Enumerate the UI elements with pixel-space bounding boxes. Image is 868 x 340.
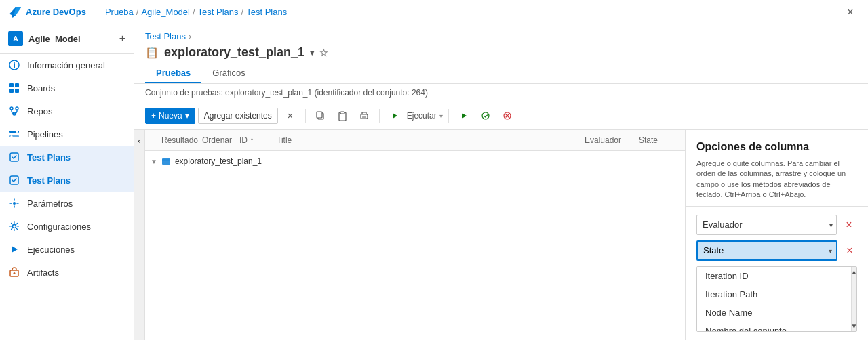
- svg-point-13: [11, 135, 13, 137]
- title-dropdown-arrow[interactable]: ▾: [310, 48, 314, 58]
- sidebar-item-configuraciones[interactable]: Configuraciones: [0, 215, 134, 238]
- sidebar-label-configuraciones: Configuraciones: [27, 221, 91, 232]
- svg-point-8: [16, 107, 18, 110]
- content-bc-testplans[interactable]: Test Plans: [145, 31, 186, 41]
- page-title-row: 📋 exploratory_test_plan_1 ▾ ☆: [145, 45, 857, 60]
- fail-button[interactable]: [498, 106, 517, 125]
- svg-point-17: [13, 225, 16, 228]
- svg-rect-28: [162, 158, 170, 165]
- col-row-evaluador: Evaluador ▾ ×: [696, 215, 857, 235]
- close-top-button[interactable]: ×: [841, 3, 860, 22]
- col-select-evaluador[interactable]: Evaluador: [696, 215, 837, 235]
- execute-label: Ejecutar: [407, 111, 437, 121]
- paste-button[interactable]: [333, 106, 352, 125]
- svg-rect-6: [15, 89, 19, 93]
- content-breadcrumb-inner: Test Plans ›: [145, 31, 191, 41]
- azure-devops-label: Azure DevOps: [26, 7, 86, 17]
- toolbar-sep3: [448, 109, 449, 123]
- panel-left: Resultado Ordenar ID ↑ Title Evaluador S…: [145, 130, 685, 340]
- artifacts-icon: [8, 266, 20, 278]
- tab-graficos[interactable]: Gráficos: [201, 64, 256, 83]
- dropdown-item-iteration-id[interactable]: Iteration ID: [697, 267, 856, 285]
- content-breadcrumb: Test Plans ›: [145, 31, 857, 41]
- content-bc-sep: ›: [189, 31, 191, 41]
- svg-rect-21: [317, 112, 322, 118]
- dropdown-item-node-name[interactable]: Node Name: [697, 303, 856, 322]
- sidebar-item-testplans[interactable]: Test Plans: [0, 146, 134, 169]
- sidebar-label-artifacts: Artifacts: [27, 268, 59, 278]
- sidebar-item-pipelines[interactable]: Pipelines: [0, 123, 134, 146]
- boards-icon: [8, 82, 20, 94]
- sidebar-item-repos[interactable]: Repos: [0, 100, 134, 123]
- sidebar-label-testplans: Test Plans: [27, 152, 71, 163]
- panel-area: ‹ Resultado Ordenar ID ↑ Title Evaluador…: [134, 130, 868, 340]
- tree-item-plan[interactable]: ▼ exploratory_test_plan_1: [145, 154, 294, 169]
- org-name: Agile_Model: [28, 34, 81, 44]
- execute-arrow[interactable]: ▾: [439, 112, 443, 120]
- svg-point-26: [482, 112, 489, 119]
- col-resultado: Resultado: [156, 133, 197, 148]
- run2-button[interactable]: [454, 106, 473, 125]
- svg-rect-25: [362, 116, 366, 118]
- sidebar-item-ejecuciones[interactable]: Ejecuciones: [0, 238, 134, 261]
- main-list-area: [294, 151, 685, 340]
- test-list-header: Resultado Ordenar ID ↑ Title Evaluador S…: [145, 130, 685, 151]
- col-remove-state[interactable]: ×: [842, 242, 858, 259]
- tab-pruebas[interactable]: Pruebas: [145, 64, 201, 83]
- run-button[interactable]: [385, 106, 404, 125]
- scroll-down-icon[interactable]: ▼: [851, 322, 857, 330]
- breadcrumb-sep3: /: [241, 7, 244, 17]
- sidebar-item-parametros[interactable]: Parámetros: [0, 192, 134, 215]
- col-input-state[interactable]: [696, 240, 837, 261]
- content-header: Test Plans › 📋 exploratory_test_plan_1 ▾…: [134, 24, 868, 84]
- svg-rect-3: [9, 83, 14, 87]
- testplans2-icon: [8, 174, 20, 186]
- sidebar-item-info[interactable]: Información general: [0, 54, 134, 77]
- col-ordenar: Ordenar: [197, 133, 234, 148]
- toolbar-sep2: [379, 109, 380, 123]
- repos-icon: [8, 105, 20, 117]
- copy-button[interactable]: [311, 106, 330, 125]
- col-remove-evaluador[interactable]: ×: [841, 217, 857, 233]
- sidebar-item-testplans2[interactable]: Test Plans: [0, 169, 134, 192]
- parametros-icon: [8, 197, 20, 209]
- sidebar-label-repos: Repos: [27, 106, 53, 116]
- sidebar-label-ejecuciones: Ejecuciones: [27, 245, 75, 255]
- new-button[interactable]: + Nueva ▾: [145, 108, 195, 124]
- sidebar: A Agile_Model + Información general Boar…: [0, 24, 134, 340]
- check-button[interactable]: [476, 106, 495, 125]
- sidebar-nav: Información general Boards Repos: [0, 54, 134, 340]
- add-project-button[interactable]: +: [119, 33, 125, 45]
- scroll-up-icon[interactable]: ▲: [851, 268, 857, 276]
- toolbar-separator: [305, 109, 306, 123]
- collapse-arrow[interactable]: ‹: [134, 130, 145, 340]
- azure-devops-logo: Azure DevOps: [8, 5, 86, 19]
- breadcrumb-agile[interactable]: Agile_Model: [141, 7, 190, 17]
- svg-point-12: [16, 131, 18, 133]
- azure-logo-icon: [8, 5, 22, 19]
- sidebar-label-boards: Boards: [27, 83, 55, 93]
- content-area: Test Plans › 📋 exploratory_test_plan_1 ▾…: [134, 24, 868, 340]
- ejecuciones-icon: [8, 243, 20, 255]
- svg-rect-23: [340, 112, 344, 114]
- favorite-star-icon[interactable]: ☆: [319, 47, 328, 58]
- col-row-state: ▾ ×: [696, 240, 857, 261]
- close-toolbar-button[interactable]: ×: [281, 106, 300, 125]
- add-existing-button[interactable]: Agregar existentes: [198, 108, 278, 124]
- dropdown-item-iteration-path[interactable]: Iteration Path: [697, 285, 856, 303]
- breadcrumb-testplans2: Test Plans: [246, 7, 287, 17]
- breadcrumb-testplans[interactable]: Test Plans: [198, 7, 239, 17]
- content-tabs: Pruebas Gráficos: [145, 64, 857, 83]
- sidebar-label-info: Información general: [27, 60, 105, 70]
- svg-rect-4: [15, 83, 19, 87]
- svg-point-16: [13, 202, 16, 205]
- subtitle: Conjunto de pruebas: exploratory_test_pl…: [134, 84, 868, 102]
- info-icon: [8, 59, 20, 71]
- breadcrumb-sep2: /: [193, 7, 195, 17]
- sidebar-item-boards[interactable]: Boards: [0, 77, 134, 100]
- print-button[interactable]: [355, 106, 374, 125]
- breadcrumb-prueba[interactable]: Prueba: [105, 7, 134, 17]
- svg-point-2: [14, 62, 15, 64]
- sidebar-item-artifacts[interactable]: Artifacts: [0, 261, 134, 284]
- dropdown-item-nombre-conjunto[interactable]: Nombre del conjunto: [697, 322, 856, 332]
